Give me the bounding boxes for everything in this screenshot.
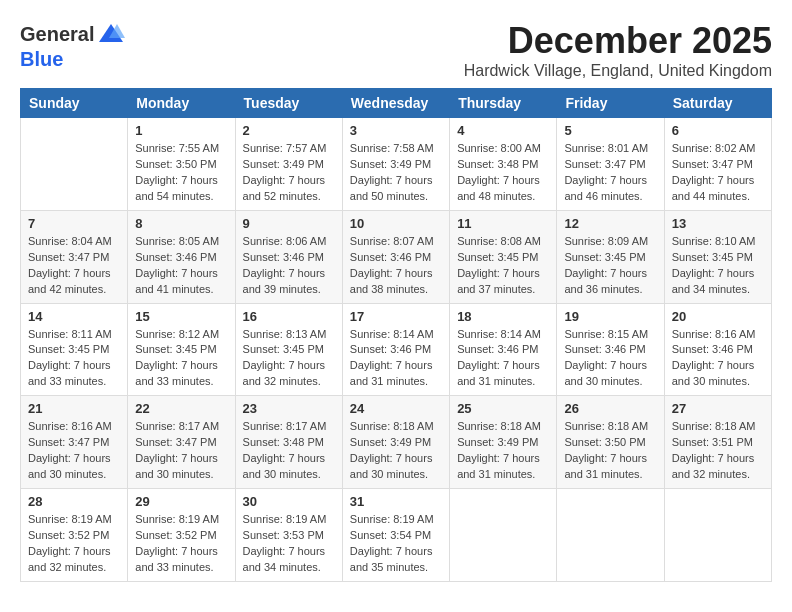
day-number: 2 bbox=[243, 123, 335, 138]
day-info: Sunrise: 8:06 AMSunset: 3:46 PMDaylight:… bbox=[243, 234, 335, 298]
calendar-header-friday: Friday bbox=[557, 89, 664, 118]
calendar-cell: 10Sunrise: 8:07 AMSunset: 3:46 PMDayligh… bbox=[342, 210, 449, 303]
day-info: Sunrise: 7:57 AMSunset: 3:49 PMDaylight:… bbox=[243, 141, 335, 205]
calendar-cell: 30Sunrise: 8:19 AMSunset: 3:53 PMDayligh… bbox=[235, 489, 342, 582]
calendar-cell: 21Sunrise: 8:16 AMSunset: 3:47 PMDayligh… bbox=[21, 396, 128, 489]
calendar-cell: 23Sunrise: 8:17 AMSunset: 3:48 PMDayligh… bbox=[235, 396, 342, 489]
calendar-cell: 9Sunrise: 8:06 AMSunset: 3:46 PMDaylight… bbox=[235, 210, 342, 303]
calendar-cell: 20Sunrise: 8:16 AMSunset: 3:46 PMDayligh… bbox=[664, 303, 771, 396]
calendar-table: SundayMondayTuesdayWednesdayThursdayFrid… bbox=[20, 88, 772, 582]
day-number: 24 bbox=[350, 401, 442, 416]
calendar-cell: 29Sunrise: 8:19 AMSunset: 3:52 PMDayligh… bbox=[128, 489, 235, 582]
calendar-cell bbox=[664, 489, 771, 582]
day-number: 22 bbox=[135, 401, 227, 416]
calendar-cell bbox=[450, 489, 557, 582]
day-number: 31 bbox=[350, 494, 442, 509]
day-number: 7 bbox=[28, 216, 120, 231]
calendar-header-wednesday: Wednesday bbox=[342, 89, 449, 118]
calendar-cell: 17Sunrise: 8:14 AMSunset: 3:46 PMDayligh… bbox=[342, 303, 449, 396]
calendar-cell: 6Sunrise: 8:02 AMSunset: 3:47 PMDaylight… bbox=[664, 118, 771, 211]
day-info: Sunrise: 8:18 AMSunset: 3:49 PMDaylight:… bbox=[350, 419, 442, 483]
calendar-week-row: 1Sunrise: 7:55 AMSunset: 3:50 PMDaylight… bbox=[21, 118, 772, 211]
day-number: 16 bbox=[243, 309, 335, 324]
calendar-cell: 26Sunrise: 8:18 AMSunset: 3:50 PMDayligh… bbox=[557, 396, 664, 489]
day-number: 9 bbox=[243, 216, 335, 231]
calendar-week-row: 14Sunrise: 8:11 AMSunset: 3:45 PMDayligh… bbox=[21, 303, 772, 396]
day-info: Sunrise: 8:14 AMSunset: 3:46 PMDaylight:… bbox=[350, 327, 442, 391]
day-info: Sunrise: 8:14 AMSunset: 3:46 PMDaylight:… bbox=[457, 327, 549, 391]
calendar-cell: 5Sunrise: 8:01 AMSunset: 3:47 PMDaylight… bbox=[557, 118, 664, 211]
day-number: 13 bbox=[672, 216, 764, 231]
calendar-cell: 18Sunrise: 8:14 AMSunset: 3:46 PMDayligh… bbox=[450, 303, 557, 396]
day-info: Sunrise: 8:01 AMSunset: 3:47 PMDaylight:… bbox=[564, 141, 656, 205]
day-info: Sunrise: 8:07 AMSunset: 3:46 PMDaylight:… bbox=[350, 234, 442, 298]
logo: General Blue bbox=[20, 20, 125, 71]
day-info: Sunrise: 8:19 AMSunset: 3:52 PMDaylight:… bbox=[135, 512, 227, 576]
calendar-cell: 14Sunrise: 8:11 AMSunset: 3:45 PMDayligh… bbox=[21, 303, 128, 396]
day-number: 15 bbox=[135, 309, 227, 324]
calendar-cell: 24Sunrise: 8:18 AMSunset: 3:49 PMDayligh… bbox=[342, 396, 449, 489]
day-info: Sunrise: 8:18 AMSunset: 3:50 PMDaylight:… bbox=[564, 419, 656, 483]
day-info: Sunrise: 8:00 AMSunset: 3:48 PMDaylight:… bbox=[457, 141, 549, 205]
calendar-header-monday: Monday bbox=[128, 89, 235, 118]
day-number: 27 bbox=[672, 401, 764, 416]
day-info: Sunrise: 8:04 AMSunset: 3:47 PMDaylight:… bbox=[28, 234, 120, 298]
day-info: Sunrise: 8:19 AMSunset: 3:52 PMDaylight:… bbox=[28, 512, 120, 576]
day-info: Sunrise: 8:11 AMSunset: 3:45 PMDaylight:… bbox=[28, 327, 120, 391]
day-info: Sunrise: 8:13 AMSunset: 3:45 PMDaylight:… bbox=[243, 327, 335, 391]
day-info: Sunrise: 8:19 AMSunset: 3:53 PMDaylight:… bbox=[243, 512, 335, 576]
title-section: December 2025 Hardwick Village, England,… bbox=[464, 20, 772, 80]
day-info: Sunrise: 8:19 AMSunset: 3:54 PMDaylight:… bbox=[350, 512, 442, 576]
day-number: 30 bbox=[243, 494, 335, 509]
month-title: December 2025 bbox=[464, 20, 772, 62]
calendar-header-saturday: Saturday bbox=[664, 89, 771, 118]
day-info: Sunrise: 8:17 AMSunset: 3:48 PMDaylight:… bbox=[243, 419, 335, 483]
day-info: Sunrise: 8:12 AMSunset: 3:45 PMDaylight:… bbox=[135, 327, 227, 391]
page-header: General Blue December 2025 Hardwick Vill… bbox=[20, 20, 772, 80]
day-info: Sunrise: 8:09 AMSunset: 3:45 PMDaylight:… bbox=[564, 234, 656, 298]
calendar-cell: 28Sunrise: 8:19 AMSunset: 3:52 PMDayligh… bbox=[21, 489, 128, 582]
calendar-week-row: 7Sunrise: 8:04 AMSunset: 3:47 PMDaylight… bbox=[21, 210, 772, 303]
calendar-header-row: SundayMondayTuesdayWednesdayThursdayFrid… bbox=[21, 89, 772, 118]
day-number: 12 bbox=[564, 216, 656, 231]
calendar-cell: 11Sunrise: 8:08 AMSunset: 3:45 PMDayligh… bbox=[450, 210, 557, 303]
logo-general-text: General bbox=[20, 23, 94, 46]
day-info: Sunrise: 8:10 AMSunset: 3:45 PMDaylight:… bbox=[672, 234, 764, 298]
calendar-cell: 1Sunrise: 7:55 AMSunset: 3:50 PMDaylight… bbox=[128, 118, 235, 211]
day-number: 1 bbox=[135, 123, 227, 138]
calendar-cell: 27Sunrise: 8:18 AMSunset: 3:51 PMDayligh… bbox=[664, 396, 771, 489]
calendar-cell: 22Sunrise: 8:17 AMSunset: 3:47 PMDayligh… bbox=[128, 396, 235, 489]
calendar-header-thursday: Thursday bbox=[450, 89, 557, 118]
calendar-cell bbox=[557, 489, 664, 582]
day-info: Sunrise: 8:02 AMSunset: 3:47 PMDaylight:… bbox=[672, 141, 764, 205]
day-number: 17 bbox=[350, 309, 442, 324]
logo-blue-text: Blue bbox=[20, 48, 63, 70]
day-number: 14 bbox=[28, 309, 120, 324]
day-number: 8 bbox=[135, 216, 227, 231]
calendar-cell: 12Sunrise: 8:09 AMSunset: 3:45 PMDayligh… bbox=[557, 210, 664, 303]
calendar-cell: 19Sunrise: 8:15 AMSunset: 3:46 PMDayligh… bbox=[557, 303, 664, 396]
day-number: 19 bbox=[564, 309, 656, 324]
calendar-cell: 4Sunrise: 8:00 AMSunset: 3:48 PMDaylight… bbox=[450, 118, 557, 211]
calendar-cell: 31Sunrise: 8:19 AMSunset: 3:54 PMDayligh… bbox=[342, 489, 449, 582]
calendar-cell: 7Sunrise: 8:04 AMSunset: 3:47 PMDaylight… bbox=[21, 210, 128, 303]
day-number: 6 bbox=[672, 123, 764, 138]
day-info: Sunrise: 7:55 AMSunset: 3:50 PMDaylight:… bbox=[135, 141, 227, 205]
day-info: Sunrise: 8:16 AMSunset: 3:46 PMDaylight:… bbox=[672, 327, 764, 391]
calendar-cell: 13Sunrise: 8:10 AMSunset: 3:45 PMDayligh… bbox=[664, 210, 771, 303]
day-info: Sunrise: 8:18 AMSunset: 3:49 PMDaylight:… bbox=[457, 419, 549, 483]
calendar-cell: 25Sunrise: 8:18 AMSunset: 3:49 PMDayligh… bbox=[450, 396, 557, 489]
day-info: Sunrise: 8:18 AMSunset: 3:51 PMDaylight:… bbox=[672, 419, 764, 483]
day-number: 18 bbox=[457, 309, 549, 324]
logo-icon bbox=[97, 20, 125, 48]
day-number: 23 bbox=[243, 401, 335, 416]
calendar-cell: 2Sunrise: 7:57 AMSunset: 3:49 PMDaylight… bbox=[235, 118, 342, 211]
location: Hardwick Village, England, United Kingdo… bbox=[464, 62, 772, 80]
calendar-header-sunday: Sunday bbox=[21, 89, 128, 118]
day-info: Sunrise: 8:08 AMSunset: 3:45 PMDaylight:… bbox=[457, 234, 549, 298]
day-info: Sunrise: 8:05 AMSunset: 3:46 PMDaylight:… bbox=[135, 234, 227, 298]
day-number: 5 bbox=[564, 123, 656, 138]
calendar-week-row: 28Sunrise: 8:19 AMSunset: 3:52 PMDayligh… bbox=[21, 489, 772, 582]
calendar-header-tuesday: Tuesday bbox=[235, 89, 342, 118]
day-number: 10 bbox=[350, 216, 442, 231]
